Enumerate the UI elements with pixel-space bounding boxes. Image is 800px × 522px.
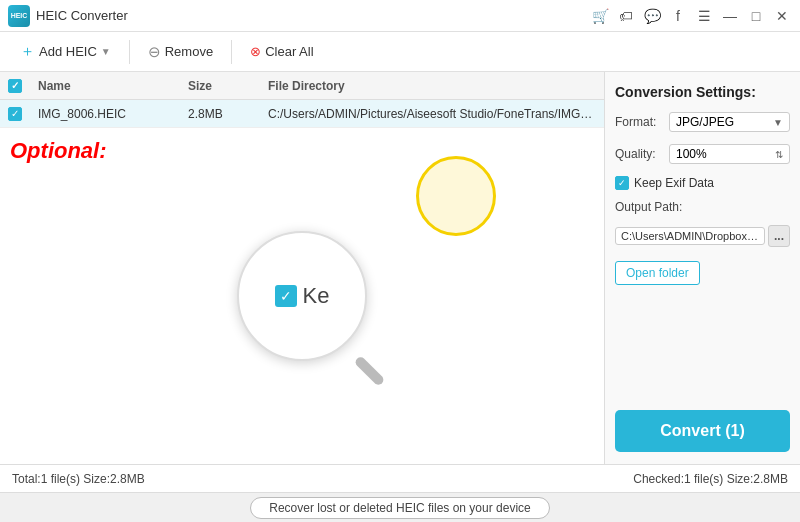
clear-icon: ⊗ (250, 44, 261, 59)
toolbar-separator (129, 40, 130, 64)
row-directory: C:/Users/ADMIN/Pictures/Aiseesoft Studio… (264, 107, 600, 121)
minimize-icon[interactable]: — (720, 6, 740, 26)
format-select[interactable]: JPG/JPEG ▼ (669, 112, 790, 132)
cart-icon[interactable]: 🛒 (590, 6, 610, 26)
header-checkbox[interactable]: ✓ (8, 79, 22, 93)
remove-button[interactable]: ⊖ Remove (138, 39, 223, 65)
row-checkbox[interactable]: ✓ (8, 107, 22, 121)
status-left: Total:1 file(s) Size:2.8MB (12, 472, 633, 486)
chat-icon[interactable]: 💬 (642, 6, 662, 26)
keep-exif-label: Keep Exif Data (634, 176, 714, 190)
quality-stepper-icon: ⇅ (775, 149, 783, 160)
toolbar-separator-2 (231, 40, 232, 64)
table-row[interactable]: ✓ IMG_8006.HEIC 2.8MB C:/Users/ADMIN/Pic… (0, 100, 604, 128)
title-bar: HEIC HEIC Converter 🛒 🏷 💬 f ☰ — □ ✕ (0, 0, 800, 32)
remove-label: Remove (165, 44, 213, 59)
magnifier-content: ✓ Ke (275, 283, 330, 309)
add-heic-label: Add HEIC (39, 44, 97, 59)
yellow-highlight (416, 156, 496, 236)
row-checkbox-cell[interactable]: ✓ (4, 107, 34, 121)
recover-button[interactable]: Recover lost or deleted HEIC files on yo… (250, 497, 549, 519)
col-directory: File Directory (264, 79, 600, 93)
dropdown-arrow-icon: ▼ (101, 46, 111, 57)
quality-label: Quality: (615, 147, 663, 161)
magnifier-checkbox: ✓ (275, 285, 297, 307)
panel-title: Conversion Settings: (615, 84, 790, 100)
maximize-icon[interactable]: □ (746, 6, 766, 26)
convert-button[interactable]: Convert (1) (615, 410, 790, 452)
quality-value: 100% (676, 147, 707, 161)
col-size: Size (184, 79, 264, 93)
right-panel: Conversion Settings: Format: JPG/JPEG ▼ … (605, 72, 800, 464)
output-path-value: C:\Users\ADMIN\Dropbox\PC\ (615, 227, 765, 245)
file-area: ✓ Name Size File Directory ✓ IMG_8006.HE… (0, 72, 605, 464)
clear-label: Clear All (265, 44, 313, 59)
keep-exif-row[interactable]: ✓ Keep Exif Data (615, 176, 790, 190)
format-dropdown-icon: ▼ (773, 117, 783, 128)
output-path-label: Output Path: (615, 200, 790, 214)
row-name: IMG_8006.HEIC (34, 107, 184, 121)
open-folder-button[interactable]: Open folder (615, 261, 700, 285)
col-name: Name (34, 79, 184, 93)
plus-icon: ＋ (20, 42, 35, 61)
browse-button[interactable]: ... (768, 225, 790, 247)
status-right: Checked:1 file(s) Size:2.8MB (633, 472, 788, 486)
keep-exif-checkbox[interactable]: ✓ (615, 176, 629, 190)
magnifier-wrapper: ✓ Ke (202, 196, 402, 396)
facebook-icon[interactable]: f (668, 6, 688, 26)
menu-icon[interactable]: ☰ (694, 6, 714, 26)
table-header: ✓ Name Size File Directory (0, 72, 604, 100)
status-bar: Total:1 file(s) Size:2.8MB Checked:1 fil… (0, 464, 800, 492)
row-size: 2.8MB (184, 107, 264, 121)
app-title: HEIC Converter (36, 8, 590, 23)
magnifier-text: Ke (303, 283, 330, 309)
quality-select[interactable]: 100% ⇅ (669, 144, 790, 164)
recover-bar: Recover lost or deleted HEIC files on yo… (0, 492, 800, 522)
optional-label: Optional: (10, 138, 107, 164)
format-label: Format: (615, 115, 663, 129)
window-controls: 🛒 🏷 💬 f ☰ — □ ✕ (590, 6, 792, 26)
magnifier: ✓ Ke (237, 231, 367, 361)
col-check: ✓ (4, 79, 34, 93)
quality-row: Quality: 100% ⇅ (615, 144, 790, 164)
magnifier-handle (354, 355, 386, 387)
format-value: JPG/JPEG (676, 115, 734, 129)
format-row: Format: JPG/JPEG ▼ (615, 112, 790, 132)
optional-area: Optional: ✓ Ke (0, 128, 604, 464)
app-logo: HEIC (8, 5, 30, 27)
add-heic-button[interactable]: ＋ Add HEIC ▼ (10, 38, 121, 65)
toolbar: ＋ Add HEIC ▼ ⊖ Remove ⊗ Clear All (0, 32, 800, 72)
output-path-row: C:\Users\ADMIN\Dropbox\PC\ ... (615, 225, 790, 247)
clear-button[interactable]: ⊗ Clear All (240, 40, 323, 63)
close-icon[interactable]: ✕ (772, 6, 792, 26)
main-layout: ✓ Name Size File Directory ✓ IMG_8006.HE… (0, 72, 800, 464)
tag-icon[interactable]: 🏷 (616, 6, 636, 26)
minus-circle-icon: ⊖ (148, 43, 161, 61)
